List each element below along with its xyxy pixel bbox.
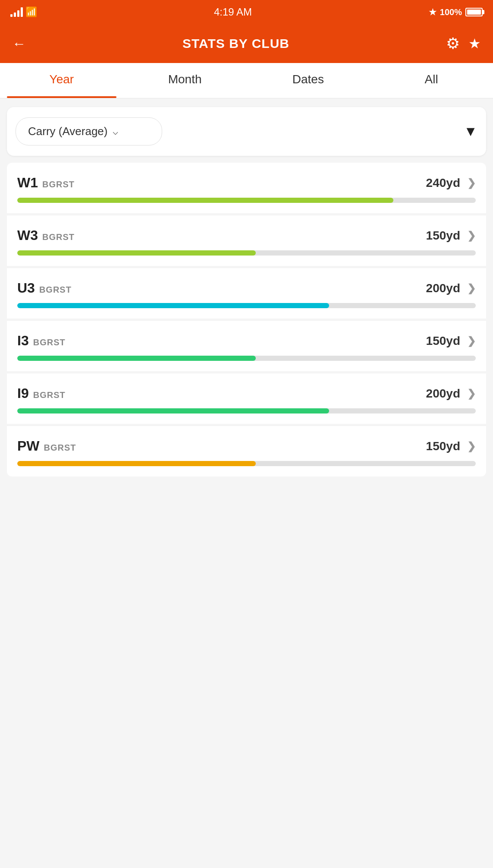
header-icons: ⚙ ★ [446, 35, 481, 53]
club-sub: BGRST [44, 443, 76, 453]
chevron-right-icon: ❯ [467, 440, 476, 452]
bluetooth-header-icon[interactable]: ★ [468, 35, 481, 52]
bluetooth-icon: ★ [429, 7, 436, 17]
status-left: 📶 [10, 6, 37, 18]
club-yardage: 240yd ❯ [426, 176, 476, 190]
tab-month[interactable]: Month [123, 63, 247, 98]
club-row: I3 BGRST 150yd ❯ [17, 333, 476, 349]
progress-bar-fill [17, 198, 393, 203]
dropdown-label: Carry (Average) [28, 125, 107, 138]
status-bar: 📶 4:19 AM ★ 100% [0, 0, 493, 24]
main-content: Carry (Average) ⌵ ▼ W1 BGRST 240yd ❯ W3 … [0, 98, 493, 868]
club-item[interactable]: W1 BGRST 240yd ❯ [7, 163, 486, 213]
club-row: U3 BGRST 200yd ❯ [17, 280, 476, 296]
header: ← STATS BY CLUB ⚙ ★ [0, 24, 493, 63]
signal-icon [10, 7, 23, 17]
progress-bar-fill [17, 356, 256, 361]
club-row: PW BGRST 150yd ❯ [17, 438, 476, 454]
progress-bar-fill [17, 250, 256, 256]
club-name: W3 BGRST [17, 227, 75, 243]
club-name: I3 BGRST [17, 333, 66, 349]
club-list: W1 BGRST 240yd ❯ W3 BGRST 150yd ❯ [7, 163, 486, 477]
club-name: W1 BGRST [17, 175, 75, 191]
wifi-icon: 📶 [25, 6, 37, 18]
battery-percent: 100% [440, 7, 462, 17]
progress-bar-fill [17, 408, 329, 413]
club-item[interactable]: I3 BGRST 150yd ❯ [7, 320, 486, 371]
progress-bar-bg [17, 461, 476, 466]
filter-row: Carry (Average) ⌵ ▼ [7, 107, 486, 156]
club-item[interactable]: U3 BGRST 200yd ❯ [7, 268, 486, 319]
progress-bar-bg [17, 198, 476, 203]
club-yardage: 200yd ❯ [426, 281, 476, 295]
page-title: STATS BY CLUB [182, 36, 289, 51]
chevron-right-icon: ❯ [467, 388, 476, 400]
club-sub: BGRST [42, 232, 75, 242]
club-yardage: 150yd ❯ [426, 229, 476, 243]
progress-bar-fill [17, 303, 329, 308]
metric-dropdown[interactable]: Carry (Average) ⌵ [16, 117, 162, 145]
tab-bar: Year Month Dates All [0, 63, 493, 98]
filter-icon[interactable]: ▼ [464, 123, 477, 139]
progress-bar-bg [17, 303, 476, 308]
club-yardage: 150yd ❯ [426, 334, 476, 348]
club-sub: BGRST [39, 285, 72, 295]
club-item[interactable]: W3 BGRST 150yd ❯ [7, 215, 486, 266]
status-right: ★ 100% [429, 7, 483, 17]
club-yardage: 150yd ❯ [426, 439, 476, 453]
back-button[interactable]: ← [12, 36, 26, 52]
tab-all[interactable]: All [370, 63, 493, 98]
club-name: I9 BGRST [17, 385, 66, 401]
club-name: PW BGRST [17, 438, 76, 454]
club-sub: BGRST [42, 180, 75, 189]
club-item[interactable]: I9 BGRST 200yd ❯ [7, 373, 486, 424]
chevron-right-icon: ❯ [467, 335, 476, 347]
progress-bar-bg [17, 408, 476, 413]
tab-dates[interactable]: Dates [247, 63, 370, 98]
tab-year[interactable]: Year [0, 63, 123, 98]
club-sub: BGRST [33, 390, 66, 400]
progress-bar-bg [17, 250, 476, 256]
battery-icon [465, 8, 483, 16]
status-time: 4:19 AM [214, 6, 252, 18]
club-item[interactable]: PW BGRST 150yd ❯ [7, 426, 486, 477]
chevron-right-icon: ❯ [467, 282, 476, 294]
club-row: I9 BGRST 200yd ❯ [17, 385, 476, 401]
club-yardage: 200yd ❯ [426, 387, 476, 401]
club-row: W3 BGRST 150yd ❯ [17, 227, 476, 243]
club-sub: BGRST [33, 338, 66, 347]
club-name: U3 BGRST [17, 280, 72, 296]
club-row: W1 BGRST 240yd ❯ [17, 175, 476, 191]
chevron-right-icon: ❯ [467, 230, 476, 242]
chevron-down-icon: ⌵ [113, 126, 118, 137]
chevron-right-icon: ❯ [467, 177, 476, 189]
progress-bar-bg [17, 356, 476, 361]
progress-bar-fill [17, 461, 256, 466]
settings-icon[interactable]: ⚙ [446, 35, 460, 53]
